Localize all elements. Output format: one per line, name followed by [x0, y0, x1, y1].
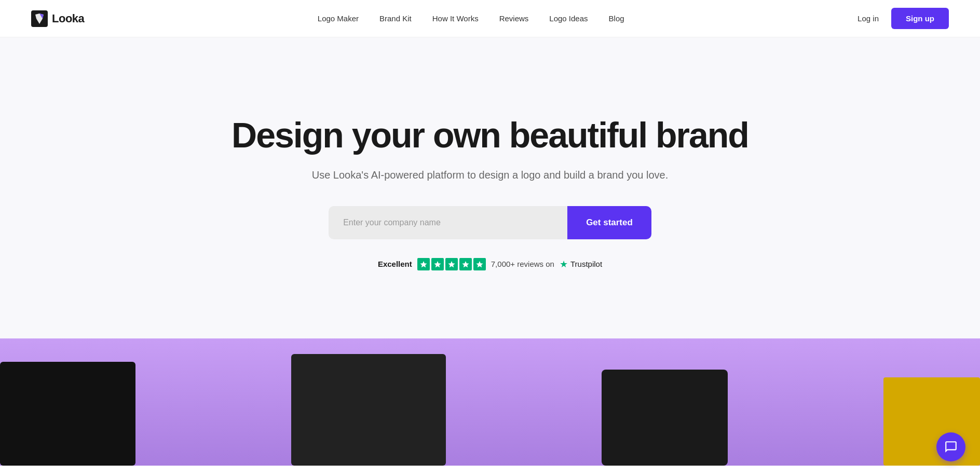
hero-search-form: Get started: [329, 206, 651, 239]
svg-marker-3: [448, 261, 455, 267]
hero-subtitle: Use Looka's AI-powered platform to desig…: [312, 169, 668, 181]
nav-logo-maker[interactable]: Logo Maker: [318, 14, 359, 23]
star-4: [459, 258, 472, 270]
logo[interactable]: Looka: [31, 10, 84, 27]
trustpilot-star-icon: ★: [560, 259, 568, 270]
nav-brand-kit[interactable]: Brand Kit: [379, 14, 412, 23]
nav-reviews[interactable]: Reviews: [499, 14, 529, 23]
svg-marker-5: [476, 261, 483, 267]
trustpilot-stars: [417, 258, 486, 270]
logo-wordmark: Looka: [52, 12, 84, 25]
product-mockup-3: [602, 370, 727, 466]
main-nav: Logo Maker Brand Kit How It Works Review…: [318, 14, 624, 23]
nav-logo-ideas[interactable]: Logo Ideas: [549, 14, 588, 23]
chat-icon: [944, 440, 958, 454]
trustpilot-platform-name: Trustpilot: [570, 260, 602, 268]
star-2: [431, 258, 444, 270]
navbar-actions: Log in Sign up: [857, 8, 949, 29]
hero-title: Design your own beautiful brand: [232, 116, 748, 155]
star-5: [473, 258, 486, 270]
star-1: [417, 258, 430, 270]
star-3: [445, 258, 458, 270]
svg-marker-2: [434, 261, 441, 267]
looka-logo-icon: [31, 10, 48, 27]
navbar: Looka Logo Maker Brand Kit How It Works …: [0, 0, 980, 37]
product-mockup-4: [883, 377, 980, 466]
login-button[interactable]: Log in: [857, 14, 879, 23]
product-mockup-1: [0, 362, 135, 466]
trustpilot-row: Excellent 7,000+ reviews on ★ Trustpilot: [378, 258, 602, 270]
nav-blog[interactable]: Blog: [609, 14, 624, 23]
company-name-input[interactable]: [329, 206, 567, 239]
product-mockup-2: [291, 354, 446, 466]
purple-brand-section: [0, 338, 980, 466]
trustpilot-review-count: 7,000+ reviews on: [491, 260, 554, 268]
get-started-button[interactable]: Get started: [567, 206, 651, 239]
hero-section: Design your own beautiful brand Use Look…: [0, 37, 980, 338]
svg-marker-4: [462, 261, 469, 267]
signup-button[interactable]: Sign up: [891, 8, 949, 29]
nav-how-it-works[interactable]: How It Works: [432, 14, 479, 23]
chat-widget-button[interactable]: [936, 432, 965, 461]
trustpilot-logo: ★ Trustpilot: [560, 259, 602, 270]
trustpilot-excellent-label: Excellent: [378, 260, 412, 268]
svg-marker-1: [420, 261, 427, 267]
